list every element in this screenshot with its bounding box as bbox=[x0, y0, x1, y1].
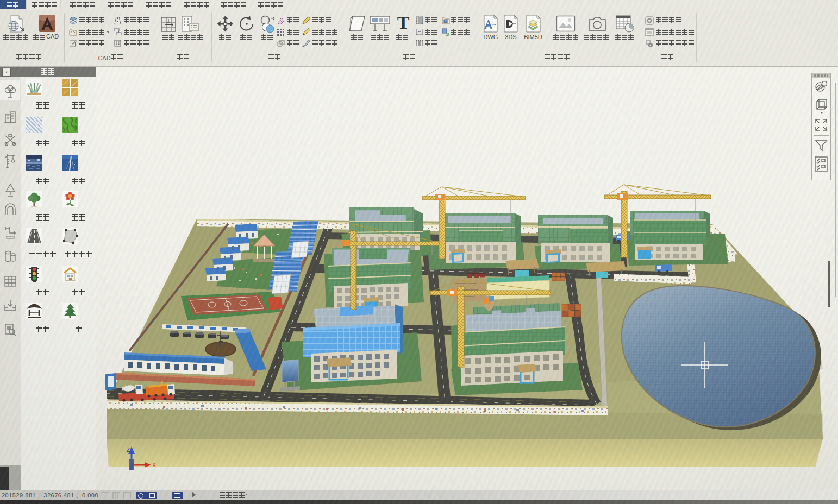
svg-text:X: X bbox=[152, 462, 156, 468]
svg-text:Z: Z bbox=[127, 447, 130, 453]
